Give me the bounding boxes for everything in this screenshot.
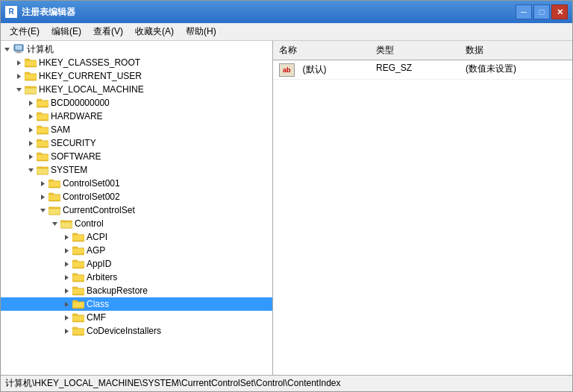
- close-button[interactable]: ✕: [551, 4, 568, 19]
- tree-item-cmf[interactable]: CMF: [1, 311, 272, 324]
- svg-rect-48: [48, 195, 60, 200]
- svg-rect-44: [48, 181, 60, 187]
- menu-view[interactable]: 查看(V): [87, 24, 129, 39]
- tree-item-computer[interactable]: 计算机: [1, 42, 272, 56]
- expand-icon-security[interactable]: [25, 137, 37, 149]
- svg-marker-0: [4, 48, 10, 51]
- folder-icon: [48, 205, 60, 215]
- registry-value-row[interactable]: ab(默认)REG_SZ(数值未设置): [273, 60, 572, 80]
- folder-icon: [37, 165, 48, 175]
- svg-rect-2: [16, 45, 22, 50]
- tree-item-arbiters[interactable]: Arbiters: [1, 271, 272, 284]
- tree-item-codeviceinstallers[interactable]: CoDeviceInstallers: [1, 324, 272, 338]
- svg-rect-32: [37, 141, 48, 147]
- svg-marker-41: [41, 181, 45, 186]
- tree-label-security: SECURITY: [51, 138, 269, 148]
- expand-icon-hardware[interactable]: [25, 110, 37, 122]
- tree-item-class[interactable]: Class: [1, 297, 272, 311]
- expand-icon-sam[interactable]: [25, 124, 37, 136]
- window-controls: ─ □ ✕: [516, 4, 568, 19]
- svg-rect-60: [72, 235, 84, 241]
- expand-icon-agp[interactable]: [60, 244, 72, 256]
- folder-icon: [72, 285, 84, 296]
- tree-label-hardware: HARDWARE: [51, 111, 269, 121]
- expand-icon-system[interactable]: [25, 164, 37, 176]
- expand-icon-acpi[interactable]: [60, 231, 72, 243]
- svg-marker-45: [41, 195, 45, 200]
- tree-label-hkey_current_user: HKEY_CURRENT_USER: [39, 71, 269, 81]
- svg-marker-69: [65, 275, 69, 280]
- tree-item-system[interactable]: SYSTEM: [1, 163, 272, 177]
- tree-item-security[interactable]: SECURITY: [1, 136, 272, 150]
- menu-file[interactable]: 文件(E): [4, 24, 46, 39]
- expand-icon-controlset002[interactable]: [37, 191, 48, 203]
- minimize-button[interactable]: ─: [516, 4, 532, 19]
- tree-item-hkey_classes_root[interactable]: HKEY_CLASSES_ROOT: [1, 56, 272, 69]
- tree-label-hkey_classes_root: HKEY_CLASSES_ROOT: [39, 57, 269, 68]
- tree-item-controlset001[interactable]: ControlSet001: [1, 177, 272, 190]
- folder-icon: [25, 71, 37, 81]
- svg-rect-28: [37, 127, 48, 133]
- tree-label-controlset001: ControlSet001: [63, 178, 269, 189]
- right-panel: 名称 类型 数据 ab(默认)REG_SZ(数值未设置): [273, 41, 572, 375]
- tree-item-sam[interactable]: SAM: [1, 123, 272, 136]
- expand-icon-backuprestore[interactable]: [60, 285, 72, 297]
- tree-label-acpi: ACPI: [87, 232, 269, 242]
- tree-label-hkey_local_machine: HKEY_LOCAL_MACHINE: [39, 84, 269, 95]
- folder-icon: [37, 124, 48, 135]
- menu-edit[interactable]: 编辑(E): [46, 24, 87, 39]
- tree-item-bcd[interactable]: BCD00000000: [1, 96, 272, 110]
- svg-marker-17: [29, 101, 33, 106]
- svg-rect-3: [16, 51, 20, 53]
- tree-item-software[interactable]: SOFTWARE: [1, 150, 272, 163]
- expand-icon-software[interactable]: [25, 151, 37, 162]
- folder-icon: [72, 272, 84, 282]
- expand-icon-hkey_classes_root[interactable]: [13, 57, 25, 69]
- svg-marker-29: [29, 141, 33, 146]
- tree-item-backuprestore[interactable]: BackupRestore: [1, 284, 272, 297]
- expand-icon-cmf[interactable]: [60, 312, 72, 323]
- expand-icon-control[interactable]: [48, 218, 60, 230]
- svg-rect-12: [25, 74, 37, 80]
- maximize-button[interactable]: □: [533, 4, 550, 19]
- expand-icon-arbiters[interactable]: [60, 271, 72, 283]
- svg-marker-13: [16, 88, 22, 92]
- expand-icon-controlset001[interactable]: [37, 177, 48, 189]
- value-type: REG_SZ: [373, 62, 463, 78]
- expand-icon-appid[interactable]: [60, 258, 72, 270]
- folder-icon: [60, 218, 72, 229]
- tree-item-acpi[interactable]: ACPI: [1, 230, 272, 244]
- svg-rect-84: [72, 315, 84, 321]
- tree-item-control[interactable]: Control: [1, 217, 272, 230]
- tree-item-hkey_local_machine[interactable]: HKEY_LOCAL_MACHINE: [1, 83, 272, 96]
- expand-icon-computer[interactable]: [1, 43, 13, 55]
- svg-rect-76: [72, 288, 84, 294]
- svg-marker-37: [28, 168, 34, 172]
- expand-icon-hkey_current_user[interactable]: [13, 70, 25, 82]
- folder-icon: [37, 138, 48, 148]
- expand-icon-currentcontrolset[interactable]: [37, 204, 48, 216]
- tree-item-currentcontrolset[interactable]: CurrentControlSet: [1, 203, 272, 217]
- folder-icon: [48, 192, 60, 202]
- menu-help[interactable]: 帮助(H): [180, 24, 222, 39]
- expand-icon-codeviceinstallers[interactable]: [60, 325, 72, 337]
- tree-item-appid[interactable]: AppID: [1, 257, 272, 271]
- expand-icon-hkey_local_machine[interactable]: [13, 83, 25, 95]
- tree-label-cmf: CMF: [87, 312, 269, 323]
- folder-icon: [48, 178, 60, 189]
- tree-label-appid: AppID: [87, 259, 269, 269]
- expand-icon-bcd[interactable]: [25, 97, 37, 109]
- tree-item-hardware[interactable]: HARDWARE: [1, 110, 272, 123]
- folder-icon: [25, 84, 37, 95]
- registry-tree[interactable]: 计算机 HKEY_CLASSES_ROOT HKEY_CURRENT_USER …: [1, 41, 272, 375]
- svg-rect-8: [25, 60, 37, 66]
- tree-item-controlset002[interactable]: ControlSet002: [1, 190, 272, 203]
- svg-rect-72: [72, 275, 84, 281]
- folder-icon: [72, 259, 84, 269]
- expand-icon-class[interactable]: [60, 298, 72, 310]
- ab-icon: ab: [279, 63, 295, 77]
- tree-item-hkey_current_user[interactable]: HKEY_CURRENT_USER: [1, 69, 272, 83]
- menu-bar: 文件(E) 编辑(E) 查看(V) 收藏夹(A) 帮助(H): [1, 23, 572, 41]
- tree-item-agp[interactable]: AGP: [1, 244, 272, 257]
- menu-favorites[interactable]: 收藏夹(A): [129, 24, 180, 39]
